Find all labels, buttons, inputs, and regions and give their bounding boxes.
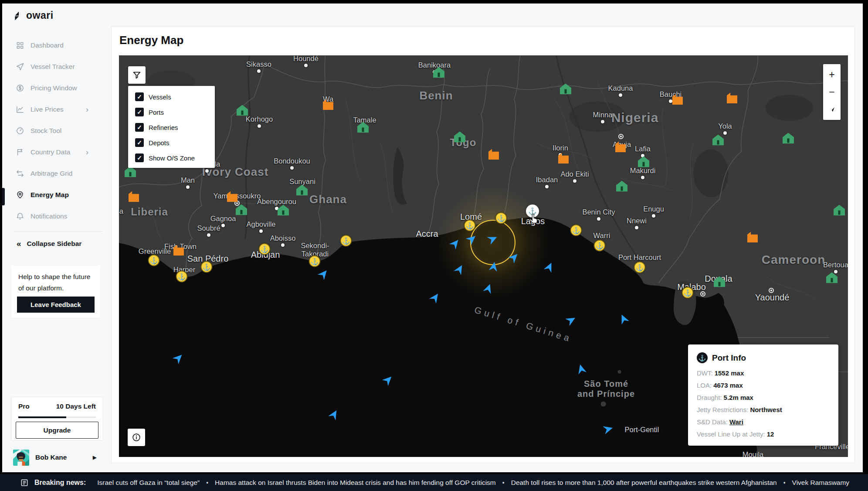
vessel-marker[interactable] [488,261,499,272]
checkbox-checked-icon[interactable]: ✓ [135,138,144,147]
checkbox-checked-icon[interactable]: ✓ [135,123,144,132]
newspaper-icon [20,478,29,487]
plan-card: Pro 10 Days Left Upgrade [11,397,103,441]
sidebar-item-arbitrage-grid[interactable]: Arbitrage Grid [2,165,111,182]
refinery-marker[interactable] [357,122,369,133]
sidebar-item-label: Stock Tool [31,127,61,135]
sidebar-item-label: Dashboard [31,41,64,49]
port-anchor-marker[interactable]: ⚓ [201,261,213,273]
brand-logo[interactable]: owari [13,10,54,21]
port-anchor-marker[interactable]: ⚓ [176,271,188,283]
collapse-sidebar-button[interactable]: « Collapse Sidebar [2,235,111,252]
refinery-marker[interactable] [616,181,627,192]
depot-marker[interactable] [323,99,333,110]
filter-panel: ✓Vessels✓Ports✓Refineries✓Depots✓Show O/… [128,86,215,168]
collapse-chevrons-icon: « [17,239,21,249]
vessel-marker[interactable] [454,263,466,276]
port-anchor-marker[interactable]: ⚓ [634,262,646,273]
sidebar-item-notifications[interactable]: Notifications [2,208,111,225]
refinery-marker[interactable] [834,205,845,216]
vessel-marker[interactable] [382,373,395,386]
refinery-marker[interactable] [278,205,289,216]
refinery-marker[interactable] [236,205,247,215]
depot-marker[interactable] [727,92,737,103]
depot-marker[interactable] [173,244,184,256]
sidebar-nav: DashboardVessel TrackerPricing WindowLiv… [2,37,111,229]
upgrade-button[interactable]: Upgrade [16,422,98,439]
depot-marker[interactable] [227,191,237,202]
port-anchor-marker[interactable]: ⚓ [464,220,476,232]
vessel-marker[interactable] [508,251,521,264]
map-info-button[interactable] [128,429,145,446]
vessel-marker[interactable] [603,423,614,435]
vessel-marker[interactable] [317,267,330,280]
vessel-marker[interactable] [617,313,630,325]
vessel-marker[interactable] [328,408,341,421]
port-anchor-marker[interactable]: ⚓ [594,240,606,252]
vessel-marker[interactable] [429,291,441,303]
filter-vessels[interactable]: ✓Vessels [135,92,208,102]
leave-feedback-button[interactable]: Leave Feedback [17,297,95,313]
depot-marker[interactable] [558,152,569,164]
refinery-marker[interactable] [826,273,837,283]
vessel-marker[interactable] [483,283,495,294]
zoom-out-button[interactable]: − [823,85,841,99]
vessel-marker[interactable] [449,237,462,250]
refinery-marker[interactable] [433,67,444,78]
vessel-marker[interactable] [172,351,185,365]
port-info-field-label: DWT: [697,369,713,377]
checkbox-checked-icon[interactable]: ✓ [135,108,144,116]
refinery-marker[interactable] [638,157,649,167]
refinery-marker[interactable] [454,132,465,143]
vessel-marker[interactable] [487,233,499,245]
port-anchor-marker[interactable]: ⚓ [495,212,507,224]
depot-marker[interactable] [129,191,139,202]
checkbox-checked-icon[interactable]: ✓ [135,92,144,101]
sidebar-item-stock-tool[interactable]: Stock Tool [2,122,111,140]
filter-refineries[interactable]: ✓Refineries [135,123,208,132]
port-info-title: Port Info [712,353,746,363]
port-anchor-marker[interactable]: ⚓ [340,235,352,247]
filter-ports[interactable]: ✓Ports [135,107,208,117]
vessel-marker[interactable] [465,232,478,246]
refinery-marker[interactable] [783,133,794,144]
refinery-marker[interactable] [237,105,248,116]
refinery-marker[interactable] [560,84,571,95]
zoom-in-button[interactable]: + [823,67,841,82]
user-menu[interactable]: Bob Kane ▶ [2,446,111,469]
port-info-link[interactable]: Wari [729,418,743,426]
energy-map-canvas[interactable]: BeninNigeriaTogoIvory CoastGhanaLiberiaC… [119,55,848,457]
sidebar-item-dashboard[interactable]: Dashboard [2,37,111,54]
port-anchor-marker[interactable]: ⚓ [682,287,694,299]
filter-depots[interactable]: ✓Depots [135,138,208,147]
sidebar-item-energy-map[interactable]: Energy Map [2,186,111,204]
depot-marker[interactable] [488,148,499,160]
depot-marker[interactable] [672,93,683,105]
dollar-icon [16,84,24,92]
news-item: Hamas attack on Israel thrusts Biden int… [215,479,496,486]
depot-marker[interactable] [747,231,758,242]
vessel-marker[interactable] [576,363,587,375]
sidebar-item-live-prices[interactable]: Live Prices› [2,101,111,118]
port-anchor-marker[interactable]: ⚓ [570,225,582,236]
filter-os-zone[interactable]: ✓Show O/S Zone [135,153,208,163]
sidebar-item-country-data[interactable]: Country Data› [2,143,111,161]
port-info-value: Northwest [750,406,782,413]
refinery-marker[interactable] [125,167,136,177]
breaking-news-items: Israel cuts off Gaza in “total siege”•Ha… [97,479,849,487]
port-anchor-marker[interactable]: ⚓ [259,243,271,255]
vessel-marker[interactable] [565,314,578,327]
port-anchor-marker[interactable]: ⚓ [148,255,160,266]
compass-button[interactable] [823,102,841,117]
refinery-marker[interactable] [714,276,725,287]
sidebar-item-vessel-tracker[interactable]: Vessel Tracker [2,58,111,75]
vessel-marker[interactable] [543,261,556,273]
port-info-field-label: Vessel Line Up at Jetty: [697,430,765,438]
sidebar-item-pricing-window[interactable]: Pricing Window [2,79,111,97]
depot-marker[interactable] [615,141,626,152]
filter-button[interactable] [128,66,146,84]
refinery-marker[interactable] [712,135,724,146]
refinery-marker[interactable] [296,185,308,196]
checkbox-checked-icon[interactable]: ✓ [135,153,144,162]
port-anchor-marker[interactable]: ⚓ [309,256,321,267]
